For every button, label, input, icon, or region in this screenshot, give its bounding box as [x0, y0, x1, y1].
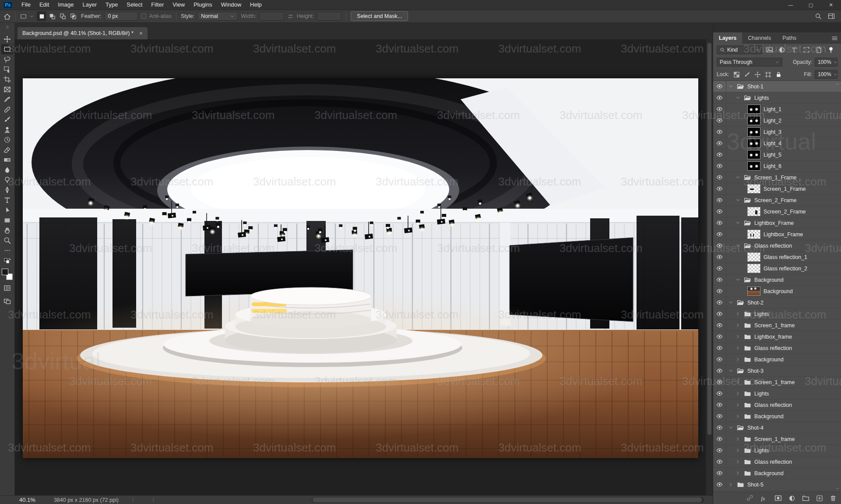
- visibility-eye-icon[interactable]: [713, 115, 726, 126]
- filter-smart-objects-icon[interactable]: [814, 46, 823, 54]
- chevron-right-icon[interactable]: [735, 391, 741, 396]
- rectangle-tool[interactable]: [1, 215, 14, 225]
- scrollbar-thumb[interactable]: [313, 497, 702, 502]
- chevron-down-icon[interactable]: [728, 84, 734, 89]
- layer-row-screen-1-frame[interactable]: Screen_1_Frame: [713, 183, 841, 195]
- tool-preset-icon[interactable]: [20, 13, 27, 20]
- visibility-eye-icon[interactable]: [713, 229, 726, 240]
- chevron-right-icon[interactable]: [735, 459, 741, 464]
- layer-row-lights[interactable]: Lights: [713, 388, 841, 399]
- home-icon[interactable]: [4, 13, 11, 20]
- zoom-tool[interactable]: [1, 235, 14, 245]
- rect-marquee-tool[interactable]: [1, 44, 14, 54]
- layer-row-lightbox-frame[interactable]: Lightbox_Frame: [713, 217, 841, 229]
- layer-row-screen-2-frame[interactable]: Screen_2_Frame: [713, 195, 841, 206]
- toolbar-collapse-icon[interactable]: [5, 24, 10, 31]
- chevron-right-icon[interactable]: [735, 323, 741, 328]
- status-next-icon[interactable]: 〉: [132, 497, 137, 503]
- visibility-eye-icon[interactable]: [713, 297, 726, 308]
- lock-artboard-icon[interactable]: [764, 70, 773, 79]
- layer-row-background[interactable]: Background: [713, 411, 841, 422]
- layer-row-shot-5[interactable]: Shot-5: [713, 479, 841, 490]
- visibility-eye-icon[interactable]: [713, 81, 726, 92]
- chevron-right-icon[interactable]: [735, 346, 741, 350]
- layer-thumbnail[interactable]: [747, 116, 760, 125]
- visibility-eye-icon[interactable]: [713, 240, 726, 251]
- swap-colors-icon[interactable]: [1, 256, 14, 266]
- brush-tool[interactable]: [1, 115, 14, 125]
- menu-item-file[interactable]: File: [17, 0, 35, 10]
- layer-row-lightbox-frame[interactable]: Lightbox_Frame: [713, 229, 841, 240]
- layer-row-background[interactable]: Background: [713, 274, 841, 286]
- layer-thumbnail[interactable]: [747, 287, 760, 296]
- visibility-eye-icon[interactable]: [713, 479, 726, 490]
- panel-menu-icon[interactable]: [828, 32, 841, 44]
- visibility-eye-icon[interactable]: [713, 343, 726, 354]
- chevron-down-icon[interactable]: [735, 277, 741, 282]
- visibility-eye-icon[interactable]: [713, 399, 726, 410]
- minimize-button[interactable]: —: [781, 0, 801, 10]
- layer-row-lights[interactable]: Lights: [713, 92, 841, 104]
- visibility-eye-icon[interactable]: [713, 149, 726, 160]
- visibility-eye-icon[interactable]: [713, 377, 726, 388]
- history-brush-tool[interactable]: [1, 135, 14, 145]
- chevron-down-icon[interactable]: [728, 300, 734, 305]
- layer-row-screen-2-frame[interactable]: Screen_2_Frame: [713, 206, 841, 217]
- canvas-horizontal-scrollbar[interactable]: [312, 497, 704, 503]
- visibility-eye-icon[interactable]: [713, 365, 726, 376]
- chevron-right-icon[interactable]: [735, 448, 741, 453]
- visibility-eye-icon[interactable]: [713, 104, 726, 115]
- chevron-right-icon[interactable]: [735, 402, 741, 407]
- color-swatches[interactable]: [2, 269, 13, 280]
- layer-row-screen-1-frame[interactable]: Screen_1_frame: [713, 377, 841, 388]
- layer-thumbnail[interactable]: [747, 161, 760, 171]
- visibility-eye-icon[interactable]: [713, 456, 726, 467]
- layer-thumbnail[interactable]: [747, 150, 760, 159]
- add-to-selection-icon[interactable]: [47, 11, 57, 21]
- chevron-down-icon[interactable]: [735, 243, 741, 248]
- pen-tool[interactable]: [1, 185, 14, 195]
- workspace-icon[interactable]: [828, 13, 835, 20]
- visibility-eye-icon[interactable]: [713, 161, 726, 172]
- object-selection-tool[interactable]: [1, 64, 14, 74]
- visibility-eye-icon[interactable]: [713, 252, 726, 262]
- layer-row-screen-1-frame[interactable]: Screen_1_frame: [713, 434, 841, 445]
- filter-pixel-layers-icon[interactable]: [765, 46, 774, 54]
- type-tool[interactable]: [1, 195, 14, 205]
- subtract-from-selection-icon[interactable]: [58, 11, 67, 21]
- chevron-down-icon[interactable]: [735, 220, 741, 225]
- visibility-eye-icon[interactable]: [713, 92, 726, 103]
- healing-brush-tool[interactable]: [1, 105, 14, 115]
- layer-row-shot-1[interactable]: Shot-1: [713, 81, 841, 92]
- menu-item-type[interactable]: Type: [101, 0, 122, 10]
- layer-row-glass-reflection[interactable]: Glass reflection: [713, 456, 841, 468]
- layer-row-background[interactable]: Background: [713, 354, 841, 365]
- layer-row-background[interactable]: Background: [713, 286, 841, 297]
- style-select[interactable]: Normal: [197, 12, 238, 21]
- layer-row-glass-reflection-2[interactable]: Glass reflection_2: [713, 263, 841, 274]
- layer-row-light-6[interactable]: Light_6: [713, 161, 841, 172]
- scrollbar-thumb[interactable]: [707, 43, 711, 435]
- layer-row-shot-2[interactable]: Shot-2: [713, 297, 841, 308]
- chevron-down-icon[interactable]: [735, 175, 741, 180]
- layer-thumbnail[interactable]: [747, 139, 760, 148]
- visibility-eye-icon[interactable]: [713, 388, 726, 399]
- eyedropper-tool[interactable]: [1, 94, 14, 105]
- select-and-mask-button[interactable]: Select and Mask...: [351, 11, 408, 21]
- visibility-eye-icon[interactable]: [713, 354, 726, 365]
- filter-adjustment-layers-icon[interactable]: [777, 46, 787, 54]
- visibility-eye-icon[interactable]: [713, 183, 726, 194]
- menu-item-view[interactable]: View: [168, 0, 189, 10]
- layer-row-light-4[interactable]: Light_4: [713, 138, 841, 149]
- visibility-eye-icon[interactable]: [713, 308, 726, 319]
- layer-thumbnail[interactable]: [747, 127, 760, 136]
- layer-row-lightbox-frame[interactable]: Lightbox_frame: [713, 331, 841, 343]
- new-layer-icon[interactable]: [816, 495, 823, 502]
- chevron-right-icon[interactable]: [735, 414, 741, 419]
- layer-row-lights[interactable]: Lights: [713, 308, 841, 320]
- visibility-eye-icon[interactable]: [713, 434, 726, 444]
- visibility-eye-icon[interactable]: [713, 286, 726, 297]
- chevron-right-icon[interactable]: [735, 380, 741, 385]
- visibility-eye-icon[interactable]: [713, 422, 726, 433]
- layer-row-glass-reflection[interactable]: Glass reflection: [713, 240, 841, 252]
